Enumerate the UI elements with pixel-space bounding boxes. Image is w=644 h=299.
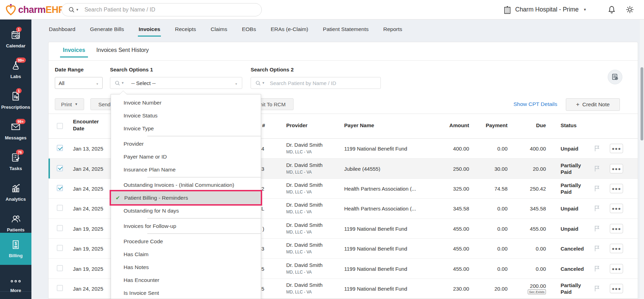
dropdown-option[interactable]: ✔Invoice Status <box>111 109 261 122</box>
dropdown-option[interactable]: ✔Provider <box>111 137 261 150</box>
flag-icon[interactable] <box>594 145 600 152</box>
flag-icon[interactable] <box>594 225 600 232</box>
row-checkbox[interactable] <box>57 265 63 271</box>
row-actions-button[interactable]: ●●● <box>610 164 623 173</box>
row-checkbox[interactable] <box>57 165 63 171</box>
date-range-select[interactable]: All ⌄ <box>55 77 103 89</box>
patient-search-bar[interactable]: ▼ <box>61 3 262 16</box>
status-text: Unpaid <box>561 145 593 152</box>
show-cpt-details-link[interactable]: Show CPT Details <box>513 101 557 107</box>
caret-icon: ▼ <box>121 81 124 85</box>
dropdown-option[interactable]: ✔Outstanding for N days <box>111 204 261 217</box>
dropdown-option[interactable]: ✔Is Invoice Sent <box>111 286 261 299</box>
sidebar-item-calendar[interactable]: 121 Calendar <box>0 24 31 54</box>
row-checkbox[interactable] <box>57 205 63 211</box>
due-amount: 455.00 <box>530 225 546 231</box>
summary-view-button[interactable] <box>608 70 622 84</box>
encounter-date: Jan 24, 2025 <box>73 206 103 212</box>
due-cell: 250.42 <box>530 185 546 191</box>
dropdown-option[interactable]: ✔Invoices for Follow-up <box>111 220 261 232</box>
row-actions-button[interactable]: ●●● <box>610 224 623 233</box>
row-actions-button[interactable]: ●●● <box>610 284 623 293</box>
sidebar-label-prescriptions: Prescriptions <box>1 105 30 110</box>
summary-view-icon <box>611 73 619 81</box>
flag-icon[interactable] <box>594 245 600 252</box>
dropdown-option[interactable]: ✔Insurance Plan Name <box>111 163 261 176</box>
sidebar-item-more[interactable]: More <box>0 273 31 299</box>
search-options-1-select[interactable]: ▼ -- Select -- ⌄ <box>110 77 242 89</box>
dropdown-option[interactable]: ✔ <box>111 232 261 235</box>
dropdown-option[interactable]: ✔ <box>111 217 261 220</box>
row-actions-button[interactable]: ●●● <box>610 204 623 213</box>
row-checkbox[interactable] <box>57 285 63 291</box>
due-cell: 0.00 <box>536 246 546 252</box>
select-all-checkbox[interactable] <box>57 123 63 129</box>
dropdown-option[interactable]: ✔Outstanding Invoices - (Initial Communi… <box>111 178 261 191</box>
flag-icon[interactable] <box>594 205 600 212</box>
row-actions-button[interactable]: ●●● <box>610 264 623 273</box>
sidebar-item-analytics[interactable]: Analytics <box>0 178 31 207</box>
dropdown-option[interactable]: ✔Invoice Number <box>111 96 261 109</box>
nav-tab[interactable]: Patient Statements <box>323 26 369 32</box>
encounter-date: Jan 19, 2025 <box>73 266 103 271</box>
row-actions-button[interactable]: ●●● <box>610 184 623 193</box>
provider-cell: Dr. David Smith MD, LLC - VA <box>286 242 342 255</box>
nav-tab[interactable]: Dashboard <box>49 26 75 32</box>
flag-icon[interactable] <box>594 165 600 172</box>
notifications-bell-icon[interactable] <box>607 5 616 14</box>
row-actions-button[interactable]: ●●● <box>610 144 623 153</box>
row-checkbox[interactable] <box>57 245 63 251</box>
provider-entity: MD, LLC - VA <box>286 249 342 255</box>
sidebar-item-billing[interactable]: $ Billing <box>0 233 31 265</box>
sidebar-item-prescriptions[interactable]: R1 Prescriptions <box>0 86 31 115</box>
sidebar-item-messages[interactable]: 99+ Messages <box>0 116 31 146</box>
dropdown-option[interactable]: ✔ <box>111 176 261 178</box>
selected-check-icon: ✔ <box>116 191 124 204</box>
dropdown-option[interactable]: ✔Has Claim <box>111 248 261 261</box>
flag-icon[interactable] <box>594 185 600 192</box>
patient-search-input[interactable] <box>84 7 238 13</box>
row-checkbox[interactable] <box>57 225 63 231</box>
nav-tab[interactable]: Reports <box>383 26 402 32</box>
print-button[interactable]: Print ▼ <box>55 98 84 110</box>
dropdown-option[interactable]: ✔Procedure Code <box>111 235 261 248</box>
sidebar-item-tasks[interactable]: 76 Tasks <box>0 147 31 176</box>
subtab[interactable]: Invoices Sent History <box>96 47 149 58</box>
dropdown-option[interactable]: ✔Patient Billing - Reminders <box>111 191 261 204</box>
search-icon[interactable]: ▼ <box>68 6 79 13</box>
dropdown-option[interactable]: ✔Has Notes <box>111 261 261 274</box>
flag-icon[interactable] <box>594 265 600 272</box>
dropdown-option[interactable]: ✔Has Encounter <box>111 274 261 286</box>
row-actions-button[interactable]: ●●● <box>610 244 623 253</box>
nav-tab[interactable]: Receipts <box>175 26 196 32</box>
search-options-2-field[interactable]: ▼ <box>251 77 381 89</box>
nav-tab[interactable]: ERAs (e-Claim) <box>271 26 308 32</box>
organization-switcher[interactable]: Charm Hospital - Prime ▼ <box>503 5 587 14</box>
subtab[interactable]: Invoices <box>63 47 85 58</box>
dropdown-option[interactable]: ✔Payer Name or ID <box>111 150 261 163</box>
provider-entity: MD, LLC - VA <box>286 209 342 215</box>
scrollbar-thumb[interactable] <box>641 67 643 140</box>
status-text: Unpaid <box>561 225 593 232</box>
vertical-scrollbar[interactable] <box>640 20 644 299</box>
nav-tab[interactable]: Generate Bills <box>90 26 124 32</box>
credit-note-button[interactable]: + Credit Note <box>566 98 620 111</box>
nav-tab[interactable]: Invoices <box>139 26 160 32</box>
payment: 0.00 <box>497 246 508 252</box>
search-icon: ▼ <box>114 80 124 86</box>
due-cell: 20.00 <box>533 166 546 171</box>
amount: 230.00 <box>453 285 469 291</box>
payer-name: Health Partners Association (... <box>344 206 445 212</box>
encounter-date: Jan 24, 2025 <box>73 166 103 171</box>
search-options-2-input[interactable] <box>270 80 375 86</box>
dropdown-option[interactable]: ✔ <box>111 135 261 137</box>
nav-tab[interactable]: EOBs <box>242 26 256 32</box>
nav-tab[interactable]: Claims <box>211 26 227 32</box>
row-checkbox[interactable] <box>57 145 63 151</box>
settings-gear-icon[interactable] <box>626 5 634 14</box>
plus-icon: + <box>576 101 579 108</box>
row-checkbox[interactable] <box>57 185 63 191</box>
dropdown-option[interactable]: ✔Invoice Type <box>111 122 261 135</box>
sidebar-item-labs[interactable]: 99+ Labs <box>0 55 31 84</box>
flag-icon[interactable] <box>594 285 600 292</box>
